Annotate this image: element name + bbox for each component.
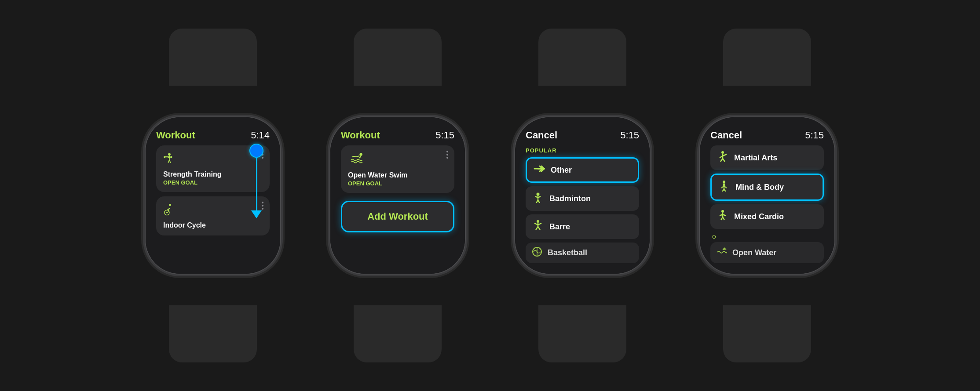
three-dots-swim — [446, 151, 448, 159]
watch-4: Cancel 5:15 — [688, 29, 846, 362]
list-item-mind-body[interactable]: Mind & Body — [710, 174, 824, 201]
list-item-basketball[interactable]: Basketball — [526, 243, 639, 263]
list-item-mixed-cardio[interactable]: Mixed Cardio — [710, 204, 824, 229]
watch-body-3: Cancel 5:15 POPULAR — [514, 116, 651, 275]
add-workout-label: Add Workout — [367, 211, 428, 222]
svg-point-38 — [723, 181, 725, 183]
mind-body-icon — [718, 180, 730, 194]
add-workout-button[interactable]: Add Workout — [341, 201, 454, 232]
card-subtitle-strength: OPEN GOAL — [163, 179, 263, 186]
band-top-2 — [354, 29, 442, 86]
svg-line-49 — [723, 217, 724, 220]
svg-point-44 — [721, 210, 724, 213]
watch-screen-4: Cancel 5:15 — [700, 117, 834, 274]
svg-point-15 — [359, 153, 362, 156]
mind-body-label: Mind & Body — [735, 183, 784, 192]
barre-icon — [532, 220, 544, 234]
svg-point-18 — [537, 193, 540, 196]
watch-body-4: Cancel 5:15 — [699, 116, 835, 275]
mixed-cardio-label: Mixed Cardio — [734, 212, 784, 221]
watch-screen-1: Workout 5:14 — [146, 117, 280, 274]
workout-card-swim[interactable]: Open Water Swim OPEN GOAL — [341, 145, 454, 193]
band-top-3 — [538, 29, 626, 86]
screen-header-4: Cancel 5:15 — [710, 130, 824, 141]
svg-line-8 — [169, 160, 171, 163]
section-divider: O — [710, 234, 824, 239]
svg-line-29 — [538, 227, 540, 230]
band-bottom-4 — [723, 305, 811, 362]
watch-screen-2: Workout 5:15 — [330, 117, 465, 274]
swim-icon — [348, 152, 447, 168]
barre-label: Barre — [549, 222, 570, 232]
watch-3: Cancel 5:15 POPULAR — [503, 29, 662, 362]
card-title-cycle: Indoor Cycle — [163, 221, 263, 229]
list-item-other[interactable]: Other — [526, 157, 639, 183]
screen-title-2: Workout — [341, 130, 380, 141]
open-water-label: Open Water — [732, 248, 776, 257]
svg-line-37 — [723, 159, 725, 162]
svg-line-23 — [538, 200, 540, 203]
screen-time-4: 5:15 — [805, 130, 824, 141]
svg-point-24 — [537, 220, 539, 223]
scroll-line — [256, 158, 257, 210]
cycle-icon — [163, 203, 263, 218]
other-label: Other — [551, 166, 572, 175]
list-item-open-water[interactable]: Open Water — [710, 242, 824, 263]
watch-1: Workout 5:14 — [134, 29, 292, 362]
badminton-icon — [532, 192, 544, 206]
svg-rect-5 — [165, 156, 171, 157]
svg-line-35 — [723, 154, 727, 156]
screen-title-4[interactable]: Cancel — [710, 130, 742, 141]
strength-icon — [163, 152, 263, 167]
svg-point-32 — [721, 151, 724, 154]
band-bottom-1 — [169, 305, 257, 362]
svg-point-9 — [169, 204, 171, 206]
screen-header-1: Workout 5:14 — [156, 130, 270, 141]
watch-screen-3: Cancel 5:15 POPULAR — [515, 117, 650, 274]
card-subtitle-swim: OPEN GOAL — [348, 180, 447, 187]
screen-header-3: Cancel 5:15 — [526, 130, 639, 141]
screen-header-2: Workout 5:15 — [341, 130, 454, 141]
scroll-arrow — [251, 210, 262, 218]
screen-time-3: 5:15 — [620, 130, 639, 141]
band-top-4 — [723, 29, 811, 86]
band-top-1 — [169, 29, 257, 86]
screen-title-1: Workout — [156, 130, 195, 141]
svg-point-0 — [168, 153, 171, 156]
list-item-barre[interactable]: Barre — [526, 214, 639, 239]
list-item-martial-arts[interactable]: Martial Arts — [710, 145, 824, 170]
card-title-swim: Open Water Swim — [348, 171, 447, 179]
band-bottom-3 — [538, 305, 626, 362]
svg-line-12 — [167, 208, 170, 210]
svg-line-14 — [167, 212, 168, 213]
watch-body-2: Workout 5:15 — [329, 116, 466, 275]
section-label-popular: POPULAR — [526, 147, 639, 154]
screen-time-2: 5:15 — [435, 130, 454, 141]
scroll-indicator — [249, 144, 263, 218]
badminton-label: Badminton — [549, 194, 591, 203]
mixed-cardio-icon — [717, 210, 729, 224]
basketball-label: Basketball — [548, 248, 587, 257]
band-bottom-2 — [354, 305, 442, 362]
card-title-strength: Strength Training — [163, 170, 263, 178]
basketball-icon — [532, 246, 542, 260]
scroll-circle — [249, 144, 263, 158]
screen-time-1: 5:14 — [251, 130, 270, 141]
list-item-badminton[interactable]: Badminton — [526, 186, 639, 211]
watch-2: Workout 5:15 — [318, 29, 477, 362]
martial-arts-icon — [717, 151, 729, 165]
screen-title-3[interactable]: Cancel — [526, 130, 557, 141]
svg-line-43 — [724, 189, 726, 192]
watch-body-1: Workout 5:14 — [145, 116, 281, 275]
open-water-icon — [717, 246, 727, 259]
watches-container: Workout 5:14 — [116, 11, 864, 380]
svg-rect-6 — [171, 156, 172, 158]
martial-arts-label: Martial Arts — [734, 153, 777, 163]
other-icon — [533, 164, 545, 176]
